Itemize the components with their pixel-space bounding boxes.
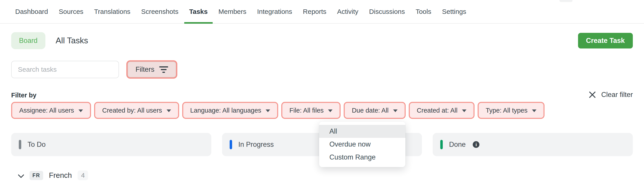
chevron-down-icon bbox=[78, 109, 83, 112]
column-done: Done bbox=[433, 133, 633, 156]
search-row: Filters bbox=[11, 61, 176, 78]
filter-chip-language[interactable]: Language: All languages bbox=[183, 103, 278, 118]
tasks-page: Dashboard Sources Translations Screensho… bbox=[0, 0, 644, 189]
nav-item-settings[interactable]: Settings bbox=[442, 0, 466, 23]
nav-item-tools[interactable]: Tools bbox=[416, 0, 431, 23]
filter-lines-icon bbox=[159, 66, 168, 73]
nav-item-discussions[interactable]: Discussions bbox=[369, 0, 405, 23]
column-color-bar bbox=[440, 140, 443, 149]
filters-button[interactable]: Filters bbox=[128, 61, 176, 77]
column-color-bar bbox=[19, 140, 21, 149]
filter-chip-file[interactable]: File: All files bbox=[282, 103, 340, 118]
info-icon[interactable] bbox=[473, 141, 480, 148]
tasks-toolbar: Board All Tasks Create Task bbox=[11, 32, 633, 49]
nav-item-sources[interactable]: Sources bbox=[59, 0, 84, 23]
chevron-down-icon bbox=[393, 109, 398, 112]
board-view-toggle[interactable]: Board bbox=[11, 32, 46, 49]
filter-chip-created-at[interactable]: Created at: All bbox=[410, 103, 474, 118]
clear-filter-button[interactable]: Clear filter bbox=[589, 91, 633, 99]
chevron-down-icon bbox=[266, 109, 270, 112]
chevron-down-icon bbox=[462, 109, 466, 112]
search-input[interactable] bbox=[11, 61, 119, 78]
filter-chip-label: File: All files bbox=[289, 107, 324, 114]
clear-filter-label: Clear filter bbox=[601, 91, 633, 99]
filters-button-label: Filters bbox=[136, 65, 154, 73]
chevron-down-icon bbox=[532, 109, 536, 112]
filter-chip-due-date[interactable]: Due date: All bbox=[344, 103, 404, 118]
menu-item-custom-range[interactable]: Custom Range bbox=[319, 151, 406, 164]
menu-item-all[interactable]: All bbox=[319, 125, 406, 138]
filter-chip-created-by[interactable]: Created by: All users bbox=[95, 103, 178, 118]
due-date-dropdown-menu: All Overdue now Custom Range bbox=[319, 122, 406, 167]
nav-item-translations[interactable]: Translations bbox=[94, 0, 130, 23]
filter-chip-label: Due date: All bbox=[352, 107, 388, 114]
filter-chips-row: Assignee: All users Created by: All user… bbox=[12, 103, 544, 118]
column-to-do: To Do bbox=[11, 133, 211, 156]
collapse-chevron-icon[interactable] bbox=[18, 172, 24, 177]
task-count-badge: 4 bbox=[78, 171, 88, 180]
column-color-bar bbox=[230, 140, 232, 149]
chevron-down-icon bbox=[328, 109, 332, 112]
filter-by-label: Filter by bbox=[11, 92, 36, 99]
nav-item-activity[interactable]: Activity bbox=[337, 0, 358, 23]
column-title: To Do bbox=[28, 141, 46, 149]
filter-chip-label: Created by: All users bbox=[102, 107, 162, 114]
nav-item-integrations[interactable]: Integrations bbox=[257, 0, 292, 23]
column-title: In Progress bbox=[238, 141, 274, 149]
nav-item-dashboard[interactable]: Dashboard bbox=[15, 0, 48, 23]
filter-chip-label: Type: All types bbox=[486, 107, 528, 114]
filter-chip-assignee[interactable]: Assignee: All users bbox=[12, 103, 90, 118]
column-title: Done bbox=[449, 141, 466, 149]
language-group-row: FR French 4 bbox=[18, 169, 88, 182]
project-nav: Dashboard Sources Translations Screensho… bbox=[0, 0, 644, 24]
chevron-down-icon bbox=[166, 109, 171, 112]
filter-chip-label: Language: All languages bbox=[190, 107, 262, 114]
nav-item-members[interactable]: Members bbox=[218, 0, 246, 23]
filter-chip-label: Assignee: All users bbox=[19, 107, 74, 114]
menu-item-overdue-now[interactable]: Overdue now bbox=[319, 138, 406, 151]
nav-item-reports[interactable]: Reports bbox=[303, 0, 326, 23]
close-icon bbox=[589, 91, 596, 98]
language-name: French bbox=[49, 171, 72, 180]
filter-chip-type[interactable]: Type: All types bbox=[478, 103, 544, 118]
create-task-button[interactable]: Create Task bbox=[578, 33, 633, 48]
page-title: All Tasks bbox=[56, 36, 88, 45]
nav-item-screenshots[interactable]: Screenshots bbox=[141, 0, 178, 23]
nav-item-tasks[interactable]: Tasks bbox=[189, 0, 208, 23]
filter-chip-label: Created at: All bbox=[417, 107, 458, 114]
language-code-badge: FR bbox=[30, 171, 43, 180]
